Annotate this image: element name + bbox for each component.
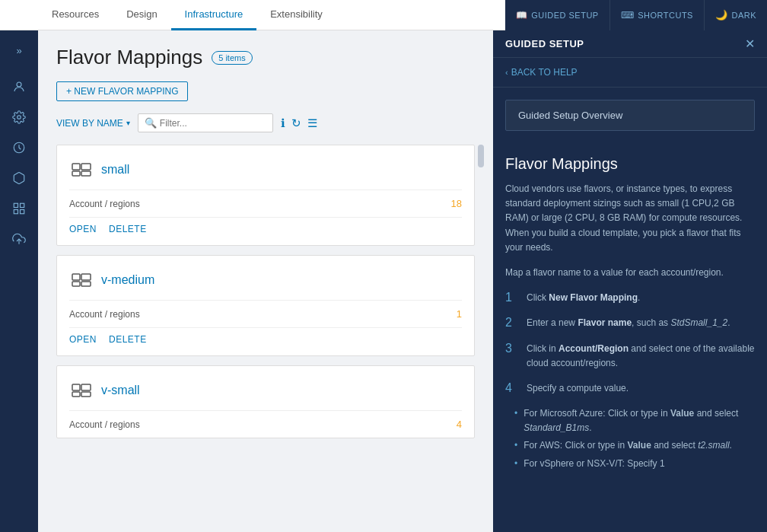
guided-step-1: 1 Click New Flavor Mapping.	[505, 291, 755, 305]
sidebar: »	[0, 30, 38, 532]
toolbar-actions: ℹ ↻ ☰	[281, 116, 317, 130]
dark-mode-button[interactable]: 🌙 DARK	[704, 0, 767, 30]
guided-description: Cloud vendors use flavors, or instance t…	[505, 182, 755, 255]
svg-rect-6	[14, 210, 18, 214]
svg-rect-10	[81, 164, 91, 170]
svg-rect-18	[81, 384, 91, 390]
card-title-small[interactable]: small	[101, 163, 129, 177]
nav-tab-design[interactable]: Design	[113, 0, 170, 30]
new-flavor-mapping-button[interactable]: + NEW FLAVOR MAPPING	[56, 81, 188, 101]
flavor-card-vmedium: v-medium Account / regions 1 OPEN DELETE	[56, 255, 475, 356]
svg-rect-9	[72, 171, 80, 176]
guided-setup-button[interactable]: 📖 GUIDED SETUP	[505, 0, 609, 30]
sidebar-item-user[interactable]	[5, 73, 33, 100]
sidebar-item-chart[interactable]	[5, 195, 33, 222]
back-chevron-icon: ‹	[505, 68, 508, 77]
refresh-icon[interactable]: ↻	[291, 116, 301, 130]
guided-panel-title: GUIDED SETUP	[505, 38, 584, 49]
nav-tab-resources[interactable]: Resources	[38, 0, 113, 30]
card-row-vmedium: Account / regions 1	[57, 301, 474, 327]
sidebar-expand-icon[interactable]: »	[5, 37, 33, 64]
nav-tab-extensibility[interactable]: Extensibility	[256, 0, 336, 30]
card-header-vsmall: v-small	[57, 366, 474, 410]
card-title-vmedium[interactable]: v-medium	[101, 273, 154, 287]
sidebar-item-cube[interactable]	[5, 164, 33, 192]
bullet-list: • For Microsoft Azure: Click or type in …	[514, 406, 755, 471]
flavor-icon-small	[69, 158, 94, 182]
guided-step-2: 2 Enter a new Flavor name, such as StdSm…	[505, 316, 755, 330]
book-icon: 📖	[516, 10, 528, 21]
flavor-card-small: small Account / regions 18 OPEN DELETE	[56, 145, 475, 246]
svg-rect-8	[72, 164, 80, 170]
sidebar-item-settings[interactable]	[5, 104, 33, 131]
svg-point-0	[17, 82, 21, 87]
guided-heading: Flavor Mappings	[505, 155, 755, 173]
svg-rect-12	[72, 274, 80, 280]
delete-vmedium-button[interactable]: DELETE	[109, 334, 147, 345]
bullet-item-aws: • For AWS: Click or type in Value and se…	[514, 438, 755, 453]
main-content: Flavor Mappings 5 items + NEW FLAVOR MAP…	[38, 30, 493, 532]
svg-rect-3	[14, 203, 18, 207]
card-actions-small: OPEN DELETE	[57, 218, 474, 245]
guided-map-text: Map a flavor name to a value for each ac…	[505, 266, 755, 280]
svg-rect-5	[21, 210, 24, 214]
sidebar-item-history[interactable]	[5, 134, 33, 161]
keyboard-icon: ⌨	[621, 10, 635, 21]
svg-rect-14	[81, 274, 91, 280]
guided-panel-close-button[interactable]: ✕	[745, 37, 755, 51]
items-badge: 5 items	[212, 51, 252, 65]
filter-bar: VIEW BY NAME ▾ 🔍 ℹ ↻ ☰	[56, 113, 475, 132]
bullet-item-azure: • For Microsoft Azure: Click or type in …	[514, 406, 755, 435]
nav-tab-infrastructure[interactable]: Infrastructure	[171, 0, 257, 30]
card-actions-vmedium: OPEN DELETE	[57, 328, 474, 355]
svg-rect-19	[81, 392, 91, 397]
svg-rect-11	[81, 171, 91, 176]
toolbar: + NEW FLAVOR MAPPING	[56, 81, 475, 101]
svg-point-1	[18, 116, 21, 119]
guided-step-4: 4 Specify a compute value.	[505, 381, 755, 396]
svg-rect-17	[72, 392, 80, 397]
flavor-card-vsmall: v-small Account / regions 4	[56, 365, 475, 438]
guided-step-3: 3 Click in Account/Region and select one…	[505, 342, 755, 371]
view-by-selector[interactable]: VIEW BY NAME ▾	[56, 118, 130, 129]
card-row-small: Account / regions 18	[57, 190, 474, 217]
open-vmedium-button[interactable]: OPEN	[69, 334, 97, 345]
search-box[interactable]: 🔍	[138, 113, 273, 132]
chevron-down-icon: ▾	[126, 119, 130, 127]
svg-rect-13	[72, 282, 80, 286]
moon-icon: 🌙	[715, 9, 728, 21]
flavor-icon-vmedium	[69, 268, 94, 292]
guided-overview-button[interactable]: Guided Setup Overview	[505, 100, 755, 131]
svg-rect-16	[72, 384, 80, 390]
page-title: Flavor Mappings	[56, 46, 202, 69]
guided-content: Flavor Mappings Cloud vendors use flavor…	[493, 143, 767, 486]
search-icon: 🔍	[145, 117, 157, 129]
delete-small-button[interactable]: DELETE	[109, 224, 147, 234]
flavor-icon-vsmall	[69, 378, 94, 403]
guided-panel-header: GUIDED SETUP ✕	[493, 30, 767, 58]
list-view-icon[interactable]: ☰	[307, 116, 317, 130]
card-row-vsmall: Account / regions 4	[57, 411, 474, 438]
back-to-help-link[interactable]: ‹ BACK TO HELP	[493, 58, 767, 88]
info-icon[interactable]: ℹ	[281, 116, 285, 130]
shortcuts-button[interactable]: ⌨ SHORTCUTS	[609, 0, 704, 30]
guided-panel: GUIDED SETUP ✕ ‹ BACK TO HELP Guided Set…	[493, 30, 767, 532]
card-title-vsmall[interactable]: v-small	[101, 384, 140, 397]
card-header-small: small	[57, 145, 474, 190]
svg-rect-4	[21, 203, 24, 207]
open-small-button[interactable]: OPEN	[69, 224, 97, 234]
sidebar-item-upload[interactable]	[5, 225, 33, 253]
svg-rect-15	[81, 282, 91, 286]
bullet-item-vsphere: • For vSphere or NSX-V/T: Specify 1	[514, 457, 755, 471]
top-nav: Resources Design Infrastructure Extensib…	[0, 0, 767, 30]
search-input[interactable]	[160, 118, 266, 129]
page-header: Flavor Mappings 5 items	[56, 46, 475, 69]
card-header-vmedium: v-medium	[57, 256, 474, 300]
